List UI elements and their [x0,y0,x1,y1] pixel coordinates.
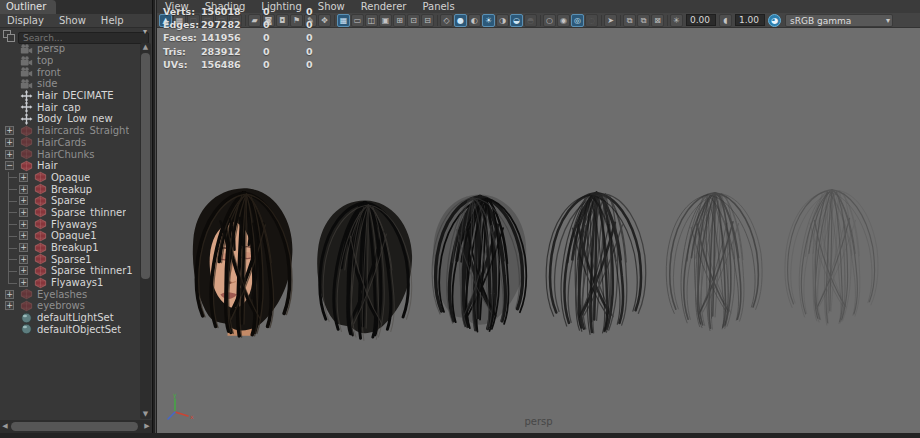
outliner-vertical-scrollbar[interactable]: ▲ ▼ [140,43,151,419]
toolbar-separator [599,14,603,27]
exposure-icon[interactable]: ✳ [670,14,683,27]
expander-plus-icon[interactable]: + [19,185,28,194]
hair-model-opaque[interactable] [317,200,412,340]
expander-plus-icon[interactable]: + [19,173,28,182]
tree-item-hair-decimate[interactable]: Hair_DECIMATE [0,90,140,102]
tree-item-front[interactable]: front [0,66,140,78]
viewport-menu-renderer[interactable]: Renderer [361,1,407,12]
safe-title-icon[interactable]: ⊟ [421,14,434,27]
textured-icon[interactable]: ◐ [468,14,481,27]
outliner-menu-display[interactable]: Display [7,15,44,26]
scroll-up-icon[interactable]: ▲ [140,43,151,52]
expander-plus-icon[interactable]: + [19,208,28,217]
tree-item-label: persp [37,43,65,54]
default-material-icon[interactable]: ◉ [557,14,570,27]
set-icon [20,312,33,324]
tree-item-haircards-straight[interactable]: +Haircards_Straight [0,125,140,137]
gamma-field[interactable]: 1.00 [735,14,765,26]
scroll-down-icon[interactable]: ▼ [140,410,151,419]
vertical-scroll-thumb[interactable] [141,53,150,279]
tree-item-breakup[interactable]: +Breakup [0,183,140,195]
tree-item-sparse-thinner1[interactable]: +Sparse_thinner1 [0,265,140,277]
film-gate-icon[interactable]: ▭ [351,14,364,27]
use-all-lights-icon[interactable]: ☀ [482,14,495,27]
tree-item-opaque1[interactable]: +Opaque1 [0,230,140,242]
tree-item-hair-cap[interactable]: Hair_cap [0,101,140,113]
field-chart-icon[interactable]: ⊞ [393,14,406,27]
expander-plus-icon[interactable]: + [5,138,14,147]
search-dropdown-icon[interactable]: ▾ [143,26,147,38]
lights-icon[interactable]: ○ [543,14,556,27]
tree-item-label: defaultLightSet [37,312,114,323]
outliner-horizontal-scrollbar[interactable]: ◀ ▶ [0,420,152,433]
shadows-icon[interactable]: ◑ [496,14,509,27]
tree-item-eyelashes[interactable]: +Eyelashes [0,288,140,300]
tree-item-eyebrows[interactable]: +eyebrows [0,300,140,312]
gate-mask-icon[interactable]: ▣ [379,14,392,27]
outliner-menu-help[interactable]: Help [101,15,124,26]
expander-plus-icon[interactable]: + [5,126,14,135]
filter-icon[interactable] [3,30,15,41]
expander-plus-icon[interactable]: + [19,196,28,205]
safe-action-icon[interactable]: ⊡ [407,14,420,27]
tree-item-top[interactable]: top [0,55,140,67]
isolate-select-icon[interactable]: ➤ [604,14,617,27]
transform-icon [20,90,33,102]
viewport-menu-panels[interactable]: Panels [422,1,454,12]
tree-item-sparse[interactable]: +Sparse [0,195,140,207]
exposure-field[interactable]: 0.00 [686,14,716,26]
tree-item-hair[interactable]: −Hair [0,160,140,172]
tree-item-defaultobjectset[interactable]: defaultObjectSet [0,324,140,336]
layer-overrides-icon[interactable]: ⧉ [623,14,636,27]
snapshot-icon[interactable]: ⧉ [637,14,650,27]
scroll-right-icon[interactable]: ▶ [142,420,152,433]
tree-item-breakup1[interactable]: +Breakup1 [0,242,140,254]
viewport-canvas[interactable]: y x [157,28,920,433]
gamma-icon[interactable]: ◖ [719,14,732,27]
view-transform-toggle-icon[interactable]: ◕ [768,14,781,27]
capture-settings-icon[interactable]: ⊠ [651,14,664,27]
tree-item-sparse1[interactable]: +Sparse1 [0,253,140,265]
set-icon [20,323,33,335]
tree-item-flyaways1[interactable]: +Flyaways1 [0,277,140,289]
hair-model-sparse-thinner[interactable] [662,192,765,332]
outliner-menu-show[interactable]: Show [59,15,86,26]
scroll-left-icon[interactable]: ◀ [0,420,10,433]
tree-item-flyaways[interactable]: +Flyaways [0,218,140,230]
camera-icon [20,43,33,55]
tree-item-hairchunks[interactable]: +HairChunks [0,148,140,160]
expander-plus-icon[interactable]: + [5,150,14,159]
wireframe-icon[interactable]: ◇ [440,14,453,27]
xray-icon[interactable]: ◌ [585,14,598,27]
tree-item-persp[interactable]: persp [0,43,140,55]
expander-plus-icon[interactable]: + [19,255,28,264]
expander-plus-icon[interactable]: + [19,278,28,287]
motion-blur-icon[interactable]: ◓ [524,14,537,27]
smooth-shade-icon[interactable]: ● [454,14,467,27]
tree-item-body-low-new[interactable]: Body_Low_new [0,113,140,125]
expander-plus-icon[interactable]: + [19,243,28,252]
expander-plus-icon[interactable]: + [19,266,28,275]
expander-plus-icon[interactable]: + [19,220,28,229]
chevron-down-icon[interactable]: ▾ [886,15,890,27]
tree-item-sparse-thinner[interactable]: +Sparse_thinner [0,207,140,219]
expander-plus-icon[interactable]: + [19,231,28,240]
tree-item-label: Sparse1 [51,254,92,265]
screen-space-ao-icon[interactable]: ◒ [510,14,523,27]
tree-item-haircards[interactable]: +HairCards [0,137,140,149]
hair-model-head[interactable] [193,188,293,337]
textured-view-icon[interactable]: ◎ [571,14,584,27]
outliner-title[interactable]: Outliner [0,0,56,14]
horizontal-scroll-thumb[interactable] [11,422,138,431]
tree-item-opaque[interactable]: +Opaque [0,172,140,184]
hair-model-breakup[interactable] [428,194,529,333]
hair-model-flyaways[interactable] [782,188,882,326]
expander-plus-icon[interactable]: + [5,301,14,310]
hair-model-sparse[interactable] [543,192,650,336]
expander-minus-icon[interactable]: − [5,161,14,170]
view-transform-select[interactable]: sRGB gamma▾ [785,14,893,27]
tree-item-defaultlightset[interactable]: defaultLightSet [0,312,140,324]
expander-plus-icon[interactable]: + [5,290,14,299]
tree-item-side[interactable]: side [0,78,140,90]
resolution-gate-icon[interactable]: ◫ [365,14,378,27]
